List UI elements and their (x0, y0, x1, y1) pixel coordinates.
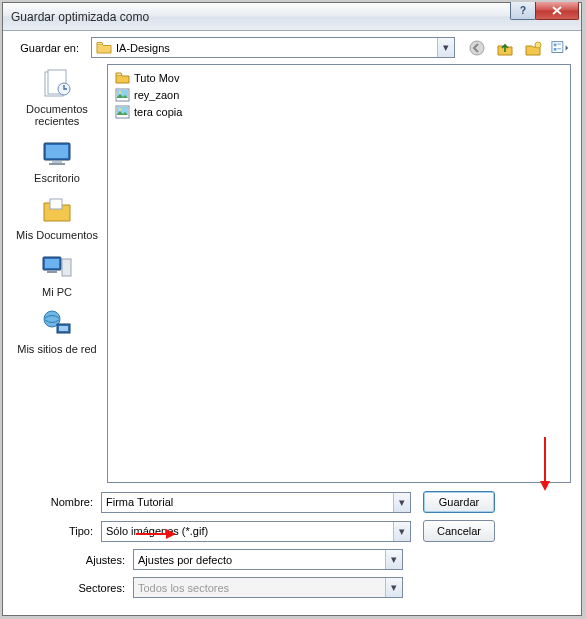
mydocs-icon (39, 194, 75, 226)
place-network[interactable]: Mis sitios de red (17, 308, 96, 355)
list-item[interactable]: Tuto Mov (112, 69, 566, 86)
close-icon (552, 6, 562, 15)
savein-label: Guardar en: (13, 42, 85, 54)
place-mypc[interactable]: Mi PC (39, 251, 75, 298)
ajustes-select[interactable]: Ajustes por defecto ▾ (133, 549, 403, 570)
filetype-label: Tipo: (13, 525, 101, 537)
save-button[interactable]: Guardar (423, 491, 495, 513)
svg-rect-13 (49, 163, 65, 165)
sectores-label: Sectores: (13, 582, 133, 594)
place-label: Escritorio (34, 172, 80, 184)
file-name: tera copia (134, 106, 182, 118)
sectores-select: Todos los sectores ▾ (133, 577, 403, 598)
place-desktop[interactable]: Escritorio (34, 137, 80, 184)
filename-input[interactable]: Firma Tutorial ▾ (101, 492, 411, 513)
svg-point-1 (535, 42, 541, 48)
network-icon (39, 308, 75, 340)
svg-rect-4 (554, 48, 557, 51)
svg-rect-21 (59, 326, 68, 331)
list-item[interactable]: rey_zaon (112, 86, 566, 103)
svg-point-24 (118, 91, 120, 93)
file-name: rey_zaon (134, 89, 179, 101)
chevron-down-icon: ▾ (393, 493, 410, 512)
svg-rect-2 (552, 41, 563, 52)
svg-rect-12 (52, 161, 62, 163)
chevron-down-icon: ▾ (393, 522, 410, 541)
file-list[interactable]: Tuto Mov rey_zaon tera copia (107, 64, 571, 483)
svg-rect-5 (557, 43, 561, 44)
help-button[interactable]: ? (510, 2, 536, 20)
chevron-down-icon: ▾ (385, 550, 402, 569)
save-dialog: Guardar optimizada como ? Guardar en: IA… (2, 2, 582, 616)
cancel-button[interactable]: Cancelar (423, 520, 495, 542)
svg-rect-11 (46, 145, 68, 158)
ajustes-label: Ajustes: (13, 554, 133, 566)
desktop-icon (39, 137, 75, 169)
folder-icon (114, 70, 130, 86)
place-recent[interactable]: Documentos recientes (13, 68, 101, 127)
chevron-down-icon: ▾ (385, 578, 402, 597)
up-icon[interactable] (495, 38, 515, 58)
savein-combo[interactable]: IA-Designs ▾ (91, 37, 455, 58)
file-name: Tuto Mov (134, 72, 179, 84)
close-button[interactable] (535, 2, 579, 20)
places-sidebar: Documentos recientes Escritorio Mis Docu… (13, 64, 101, 483)
titlebar[interactable]: Guardar optimizada como ? (3, 3, 581, 31)
savein-value: IA-Designs (116, 42, 170, 54)
filename-label: Nombre: (13, 496, 101, 508)
place-label: Mi PC (42, 286, 72, 298)
svg-rect-17 (62, 259, 71, 276)
place-label: Mis sitios de red (17, 343, 96, 355)
views-icon[interactable] (551, 38, 571, 58)
image-file-icon (114, 104, 130, 120)
recent-docs-icon (39, 68, 75, 100)
filetype-select[interactable]: Sólo imágenes (*.gif) ▾ (101, 521, 411, 542)
place-label: Documentos recientes (13, 103, 101, 127)
svg-rect-18 (47, 271, 57, 273)
svg-rect-16 (45, 259, 59, 268)
place-mydocs[interactable]: Mis Documentos (16, 194, 98, 241)
window-title: Guardar optimizada como (11, 10, 149, 24)
back-icon[interactable] (467, 38, 487, 58)
svg-rect-6 (557, 48, 561, 49)
image-file-icon (114, 87, 130, 103)
svg-rect-14 (50, 199, 62, 209)
new-folder-icon[interactable] (523, 38, 543, 58)
mypc-icon (39, 251, 75, 283)
place-label: Mis Documentos (16, 229, 98, 241)
list-item[interactable]: tera copia (112, 103, 566, 120)
svg-point-0 (470, 41, 484, 55)
svg-rect-3 (554, 43, 557, 46)
chevron-down-icon: ▾ (437, 38, 454, 57)
folder-icon (96, 41, 112, 55)
svg-point-27 (118, 108, 120, 110)
